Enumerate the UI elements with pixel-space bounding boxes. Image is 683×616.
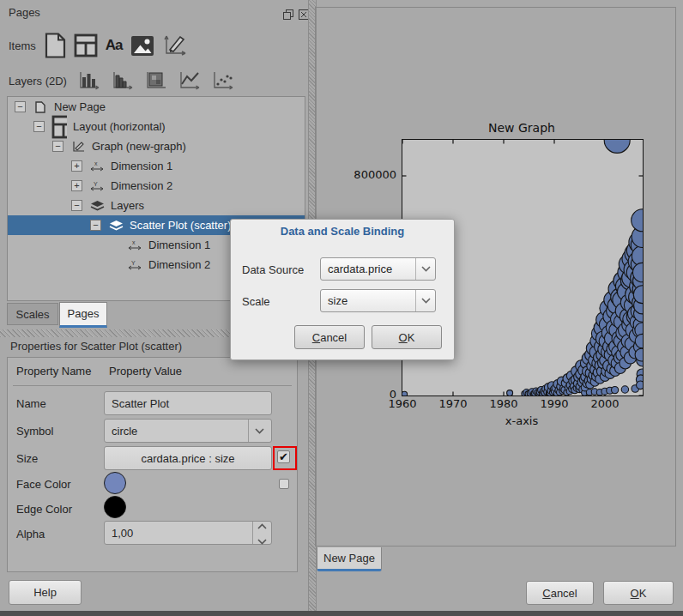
dialog-title: Data and Scale Binding — [231, 225, 454, 238]
name-label: Name — [16, 397, 46, 410]
dim-x-icon: x — [127, 239, 142, 251]
layout-icon[interactable] — [74, 33, 98, 57]
face-color-swatch[interactable] — [104, 472, 126, 494]
tree-row-label: Layout (horizontal) — [73, 120, 166, 133]
symbol-label: Symbol — [16, 425, 53, 438]
page-tab-new-page[interactable]: New Page — [317, 547, 382, 571]
svg-text:x: x — [132, 239, 136, 245]
tree-row-label: New Page — [54, 100, 106, 113]
x-tick-label: 1990 — [530, 397, 578, 410]
svg-text:x: x — [94, 160, 98, 166]
layout-icon — [51, 115, 67, 139]
dialog-cancel-button[interactable]: Cancel — [294, 325, 365, 349]
edge-color-swatch[interactable] — [104, 496, 126, 518]
bar-chart-icon[interactable] — [76, 69, 101, 92]
image-icon[interactable] — [130, 35, 154, 57]
scale-select[interactable]: size — [320, 289, 436, 312]
tree-row[interactable]: −Graph (new-graph) — [8, 136, 305, 156]
page-icon — [33, 101, 48, 113]
scale-value: size — [328, 294, 348, 307]
tree-row-label: Dimension 2 — [111, 179, 172, 192]
draw-graph-icon[interactable] — [162, 33, 188, 57]
highlight-ring — [273, 446, 297, 470]
tree-row[interactable]: +xDimension 1 — [8, 156, 305, 176]
cancel-button[interactable]: Cancel — [526, 581, 594, 605]
scatter-point — [507, 390, 513, 396]
dialog-ok-rest: K — [408, 331, 415, 344]
svg-text:Y: Y — [94, 181, 98, 187]
tree-row[interactable]: +YDimension 2 — [8, 176, 305, 196]
collapse-icon[interactable]: − — [52, 141, 63, 152]
size-label: Size — [16, 452, 38, 465]
dialog-cancel-mnemonic: C — [312, 331, 320, 344]
scatter-point — [632, 209, 643, 232]
properties-title: Properties for Scatter Plot (scatter) — [10, 340, 182, 353]
y-tick-label: 800000 — [326, 168, 396, 181]
edge-color-label: Edge Color — [16, 503, 72, 516]
symbol-select[interactable]: circle — [104, 419, 272, 443]
layers-toolbar: Layers (2D) — [9, 69, 243, 93]
collapse-icon[interactable]: − — [71, 200, 82, 211]
tab-scales[interactable]: Scales — [7, 303, 58, 325]
dialog-ok-mnemonic: O — [399, 331, 408, 344]
expand-icon[interactable]: + — [71, 160, 82, 172]
new-page-icon[interactable] — [45, 33, 66, 58]
collapse-icon[interactable]: − — [15, 101, 26, 112]
data-source-label: Data Source — [242, 263, 304, 276]
tab-pages[interactable]: Pages — [59, 302, 107, 328]
help-button[interactable]: Help — [9, 580, 82, 605]
text-label-icon[interactable]: Aa — [106, 37, 123, 54]
alpha-label: Alpha — [16, 528, 45, 541]
image-plot-icon[interactable] — [142, 69, 168, 92]
graph-icon — [70, 141, 86, 153]
property-value-header: Property Value — [109, 365, 182, 377]
expand-icon[interactable]: + — [71, 180, 82, 191]
size-binding-button[interactable]: cardata.price : size — [104, 446, 272, 470]
alpha-spinner[interactable]: 1,00 — [104, 521, 272, 545]
histogram-icon[interactable] — [109, 69, 135, 92]
dim-y-icon: Y — [127, 259, 142, 270]
line-plot-icon[interactable] — [176, 69, 202, 92]
spin-up-icon[interactable] — [257, 519, 267, 532]
scatter-point — [612, 387, 619, 394]
tree-row-label: Layers — [111, 199, 144, 212]
x-axis-title: x-axis — [402, 414, 642, 427]
items-label: Items — [9, 39, 36, 52]
ok-button[interactable]: OK — [603, 581, 674, 605]
dock-title: Pages — [9, 6, 40, 19]
tree-row-label: Scatter Plot (scatter) — [130, 219, 231, 232]
layers-label: Layers (2D) — [9, 75, 67, 88]
ok-rest: K — [639, 587, 647, 600]
tree-row[interactable]: −Layout (horizontal) — [8, 117, 305, 136]
spinner-arrows[interactable] — [252, 522, 271, 544]
tree-row-label: Dimension 2 — [148, 258, 210, 271]
face-color-checkbox[interactable] — [279, 479, 289, 489]
face-color-label: Face Color — [16, 478, 71, 491]
chevron-down-icon — [415, 258, 435, 280]
data-scale-binding-dialog: Data and Scale Binding Data Source carda… — [230, 219, 455, 360]
data-source-select[interactable]: cardata.price — [320, 257, 436, 281]
layers-icon — [89, 200, 105, 212]
name-input[interactable]: Scatter Plot — [104, 391, 272, 415]
collapse-icon[interactable]: − — [33, 121, 45, 132]
scatter-point — [637, 381, 644, 390]
tree-row-label: Dimension 1 — [148, 239, 210, 251]
symbol-value: circle — [112, 425, 137, 438]
dialog-ok-button[interactable]: OK — [372, 325, 442, 349]
tree-row[interactable]: −Layers — [8, 196, 305, 215]
scatter-point — [402, 391, 408, 396]
scatter-point — [621, 386, 628, 393]
float-dock-icon[interactable] — [282, 9, 293, 20]
alpha-value: 1,00 — [112, 527, 133, 540]
chevron-down-icon — [415, 290, 435, 311]
property-name-header: Property Name — [16, 365, 91, 377]
collapse-icon[interactable]: − — [90, 220, 101, 231]
items-toolbar: Items Aa — [9, 31, 196, 60]
x-tick-label: 1960 — [378, 397, 426, 410]
scatter-plot-icon[interactable] — [209, 69, 235, 92]
scatter-point — [604, 140, 630, 153]
header-separator — [13, 385, 292, 386]
graph-title: New Graph — [402, 121, 642, 135]
spin-down-icon[interactable] — [257, 534, 267, 547]
dock-controls — [282, 9, 309, 20]
